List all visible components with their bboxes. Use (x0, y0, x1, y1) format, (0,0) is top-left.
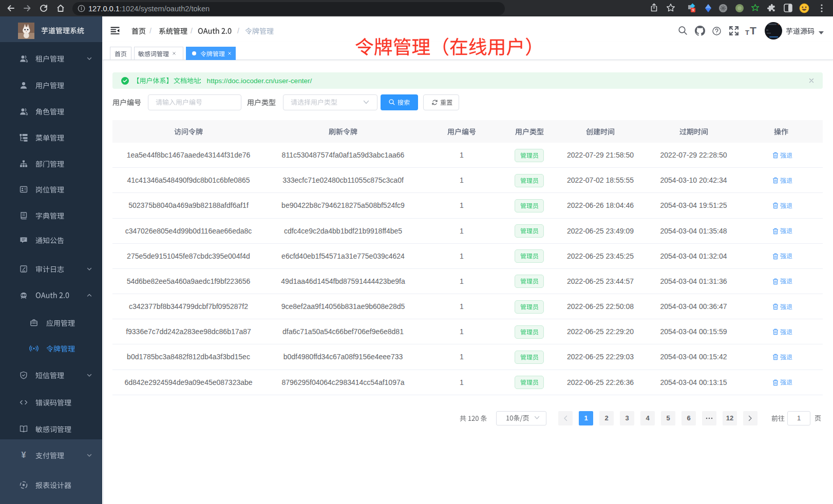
svg-text:9: 9 (692, 8, 694, 12)
